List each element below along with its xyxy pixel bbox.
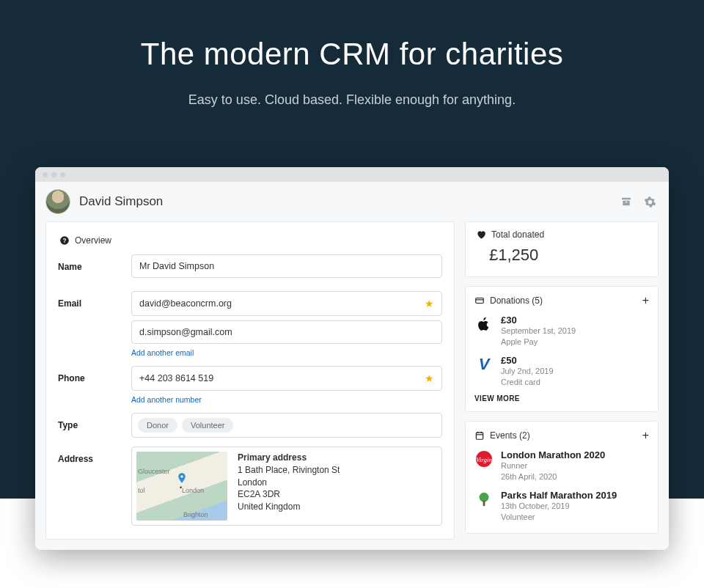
svg-rect-1 (623, 201, 629, 206)
traffic-light-max[interactable] (60, 172, 65, 177)
phone-field-0[interactable]: +44 203 8614 519★ (131, 366, 442, 391)
traffic-light-close[interactable] (43, 172, 48, 177)
type-field[interactable]: Donor Volunteer (131, 413, 442, 438)
address-label: Address (58, 446, 131, 464)
app-window: David Simpson ? Overview Name Mr David S… (35, 167, 669, 550)
donation-item[interactable]: V £50 July 2nd, 2019Credit card (474, 355, 649, 388)
map-pin-icon (176, 472, 188, 484)
calendar-icon (474, 430, 485, 441)
gear-icon[interactable] (642, 194, 657, 209)
tag-volunteer[interactable]: Volunteer (182, 418, 233, 433)
archive-button[interactable] (619, 194, 634, 209)
svg-rect-0 (622, 198, 631, 200)
overview-card: ? Overview Name Mr David Simpson Email d… (45, 221, 455, 540)
total-label: Total donated (491, 229, 544, 240)
hero-subtitle: Easy to use. Cloud based. Flexible enoug… (0, 92, 704, 108)
svg-rect-6 (476, 298, 484, 304)
tree-icon (474, 490, 494, 509)
address-text: Primary address 1 Bath Place, Rivington … (238, 452, 340, 521)
visa-icon: V (474, 355, 494, 374)
add-donation-button[interactable]: + (642, 294, 649, 307)
map-thumbnail[interactable]: Gloucester tol London Brighton • (136, 452, 227, 521)
phone-label: Phone (58, 366, 131, 383)
svg-point-14 (480, 493, 489, 502)
star-icon[interactable]: ★ (425, 372, 434, 384)
email-field-0[interactable]: david@beaconcrm.org★ (131, 291, 442, 316)
svg-text:Virgin: Virgin (476, 456, 492, 463)
heart-icon (476, 229, 486, 240)
tag-donor[interactable]: Donor (138, 418, 177, 433)
svg-rect-15 (483, 501, 485, 506)
add-phone-link[interactable]: Add another number (131, 395, 442, 404)
add-event-button[interactable]: + (642, 429, 649, 442)
name-label: Name (58, 254, 131, 272)
total-donated-card: Total donated £1,250 (465, 221, 659, 277)
donations-header: Donations (5) (490, 295, 543, 306)
view-more-link[interactable]: VIEW MORE (474, 394, 649, 403)
event-item[interactable]: Virgin London Marathon 2020 Runner26th A… (474, 449, 649, 482)
avatar[interactable] (45, 189, 70, 214)
svg-rect-2 (626, 202, 628, 202)
person-name: David Simpson (79, 194, 610, 209)
address-field[interactable]: Gloucester tol London Brighton • Primary… (131, 446, 442, 526)
traffic-light-min[interactable] (51, 172, 56, 177)
donations-card: Donations (5) + £30 September 1st, 2019A… (465, 286, 659, 412)
record-header: David Simpson (35, 182, 669, 221)
help-icon[interactable]: ? (59, 235, 70, 246)
svg-point-5 (180, 475, 183, 477)
virgin-icon: Virgin (474, 449, 494, 468)
svg-rect-8 (476, 433, 483, 439)
email-label: Email (58, 291, 131, 309)
events-header: Events (2) (490, 430, 530, 441)
email-field-1[interactable]: d.simpson@gmail.com (131, 320, 442, 344)
event-item[interactable]: Parks Half Marathon 2019 13th October, 2… (474, 490, 649, 523)
total-value: £1,250 (489, 246, 648, 265)
donation-item[interactable]: £30 September 1st, 2019Apple Pay (474, 315, 649, 348)
events-card: Events (2) + Virgin London Marathon 2020… (465, 421, 659, 533)
add-email-link[interactable]: Add another email (131, 348, 442, 357)
type-label: Type (58, 413, 131, 430)
svg-text:?: ? (63, 238, 67, 244)
name-field[interactable]: Mr David Simpson (131, 254, 442, 278)
star-icon[interactable]: ★ (425, 298, 434, 309)
window-chrome (35, 167, 669, 182)
overview-label: Overview (75, 235, 111, 246)
card-icon (474, 295, 485, 306)
apple-icon (474, 315, 494, 334)
hero-title: The modern CRM for charities (0, 37, 704, 72)
